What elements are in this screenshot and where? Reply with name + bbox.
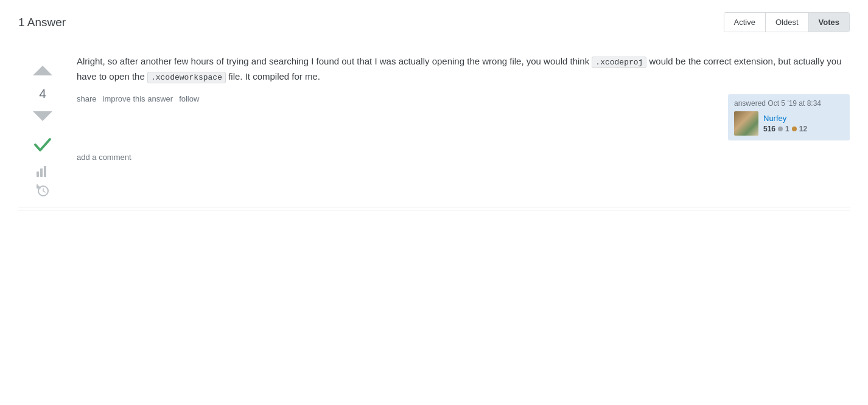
- vote-count: 4: [39, 85, 46, 102]
- user-card: answered Oct 5 '19 at 8:34 Nurfey 516 1: [728, 94, 850, 140]
- sort-active-button[interactable]: Active: [724, 13, 766, 32]
- vote-down-button[interactable]: [32, 105, 54, 126]
- sort-votes-button[interactable]: Votes: [809, 13, 849, 32]
- answers-header: 1 Answer Active Oldest Votes: [18, 12, 850, 32]
- answer-actions: share improve this answer follow answere…: [77, 94, 850, 140]
- body-part3: file. It compiled for me.: [226, 71, 320, 81]
- rep-score: 516: [763, 125, 775, 133]
- history-icon[interactable]: [36, 184, 49, 197]
- bottom-divider: [18, 210, 850, 210]
- bronze-badge-count: 12: [799, 125, 807, 133]
- accepted-check: [32, 134, 54, 156]
- answer-item: 4: [18, 44, 850, 207]
- sort-buttons-group: Active Oldest Votes: [724, 12, 850, 32]
- answer-body: Alright, so after another few hours of t…: [67, 54, 850, 197]
- silver-badge-count: 1: [785, 125, 789, 133]
- user-card-meta: answered Oct 5 '19 at 8:34: [734, 99, 844, 108]
- svg-rect-0: [37, 171, 39, 177]
- action-links: share improve this answer follow: [77, 94, 199, 103]
- share-link[interactable]: share: [77, 94, 97, 103]
- page-container: 1 Answer Active Oldest Votes 4: [0, 0, 868, 405]
- improve-link[interactable]: improve this answer: [103, 94, 173, 103]
- silver-badge-icon: [778, 126, 783, 131]
- user-details: Nurfey 516 1 12: [763, 114, 807, 133]
- svg-rect-1: [40, 168, 43, 177]
- follow-link[interactable]: follow: [179, 94, 199, 103]
- bronze-badge-icon: [792, 126, 797, 131]
- add-comment-link[interactable]: add a comment: [77, 153, 850, 162]
- vote-up-button[interactable]: [32, 60, 54, 82]
- stats-icon[interactable]: [36, 164, 49, 178]
- answer-text: Alright, so after another few hours of t…: [77, 54, 850, 85]
- sort-oldest-button[interactable]: Oldest: [766, 13, 809, 32]
- body-part1: Alright, so after another few hours of t…: [77, 56, 592, 66]
- user-name-link[interactable]: Nurfey: [763, 114, 807, 123]
- code1: .xcodeproj: [592, 57, 646, 68]
- user-avatar-image: [734, 111, 758, 136]
- user-avatar: [734, 111, 758, 136]
- answers-title: 1 Answer: [18, 16, 66, 29]
- user-card-info: Nurfey 516 1 12: [734, 111, 844, 136]
- svg-rect-2: [44, 166, 46, 177]
- code2: .xcodeworkspace: [147, 72, 226, 83]
- vote-column: 4: [18, 54, 67, 197]
- user-reputation: 516 1 12: [763, 125, 807, 133]
